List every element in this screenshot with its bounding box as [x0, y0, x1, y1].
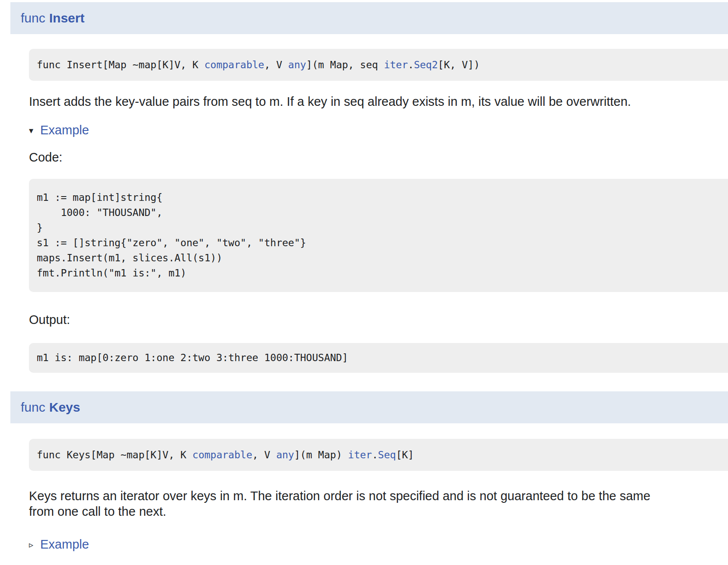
keys-description-line: from one call to the next.	[29, 504, 728, 519]
func-insert-header: func Insert	[10, 2, 728, 34]
code-link-iter[interactable]: iter	[348, 449, 372, 460]
code-text: .	[372, 449, 378, 460]
keys-example-toggle[interactable]: ▹ Example	[29, 537, 728, 552]
code-label: Code:	[29, 149, 728, 165]
insert-section-body: func Insert[Map ~map[K]V, K comparable, …	[10, 49, 728, 373]
doc-page: func Insert func Insert[Map ~map[K]V, K …	[10, 0, 728, 552]
code-link-comparable[interactable]: comparable	[204, 59, 264, 70]
insert-example-link[interactable]: Example	[40, 123, 89, 137]
insert-heading-link[interactable]: Insert	[49, 11, 85, 25]
keys-signature: func Keys[Map ~map[K]V, K comparable, V …	[29, 439, 728, 471]
code-link-Seq2[interactable]: Seq2	[414, 59, 437, 70]
insert-signature: func Insert[Map ~map[K]V, K comparable, …	[29, 49, 728, 81]
triangle-right-icon: ▹	[29, 540, 40, 550]
keys-example-link[interactable]: Example	[40, 537, 89, 552]
insert-example-code-block: m1 := map[int]string{ 1000: "THOUSAND", …	[29, 179, 728, 292]
keys-description: Keys returns an iterator over keys in m.…	[29, 488, 728, 519]
keys-heading-link[interactable]: Keys	[49, 400, 80, 415]
code-text: .	[408, 59, 414, 70]
code-link-comparable[interactable]: comparable	[192, 449, 252, 460]
insert-example-output-block: m1 is: map[0:zero 1:one 2:two 3:three 10…	[29, 343, 728, 373]
keys-description-line: Keys returns an iterator over keys in m.…	[29, 488, 728, 504]
insert-description: Insert adds the key-value pairs from seq…	[29, 94, 728, 109]
keys-section-body: func Keys[Map ~map[K]V, K comparable, V …	[10, 439, 728, 552]
func-keyword: func	[21, 11, 45, 25]
code-text: func Keys[Map ~map[K]V, K	[37, 449, 192, 460]
code-link-any[interactable]: any	[276, 449, 294, 460]
code-text: , V	[264, 59, 288, 70]
code-text: func Insert[Map ~map[K]V, K	[37, 59, 204, 70]
code-link-iter[interactable]: iter	[384, 59, 408, 70]
code-link-any[interactable]: any	[288, 59, 307, 70]
code-text: [K]	[396, 449, 414, 460]
code-text: , V	[252, 449, 276, 460]
triangle-down-icon: ▾	[29, 125, 40, 136]
code-text: [K, V])	[438, 59, 480, 70]
code-text: ](m Map, seq	[306, 59, 384, 70]
code-text: ](m Map)	[294, 449, 348, 460]
code-link-Seq[interactable]: Seq	[378, 449, 396, 460]
insert-example-toggle[interactable]: ▾ Example	[29, 123, 728, 137]
output-label: Output:	[29, 312, 728, 327]
func-keyword: func	[21, 400, 45, 415]
func-keys-header: func Keys	[10, 391, 728, 423]
